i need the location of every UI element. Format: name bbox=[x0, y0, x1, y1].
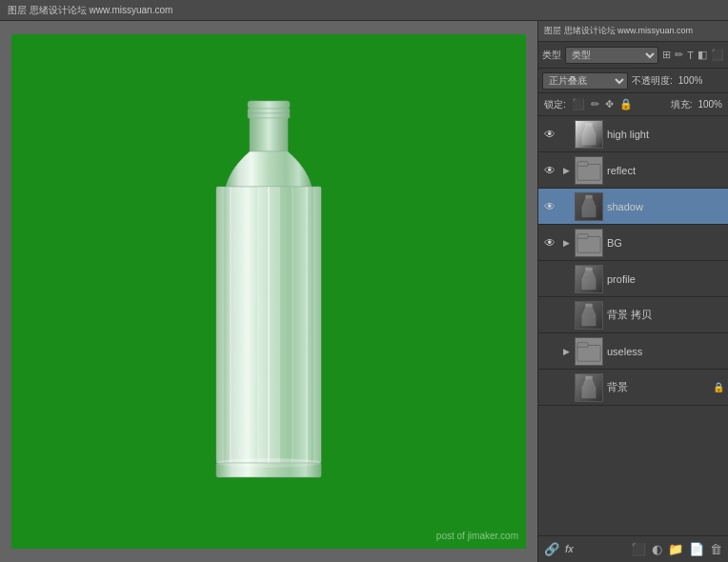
svg-rect-24 bbox=[582, 277, 597, 290]
lock-icon-4[interactable]: 🔒 bbox=[619, 98, 633, 110]
top-bar-title: 图层 思绪设计论坛 www.missyuan.com bbox=[8, 4, 720, 17]
canvas-area: post of jimaker.com bbox=[0, 21, 537, 562]
adjustment-icon[interactable]: ◐ bbox=[652, 542, 662, 556]
blend-mode-select[interactable]: 正片叠底 bbox=[542, 72, 628, 90]
bottom-bar: 🔗 fx ⬛ ◐ 📁 📄 🗑 bbox=[538, 535, 728, 562]
layer-eye-highlight[interactable]: 👁 bbox=[542, 127, 557, 142]
layer-thumb-profile bbox=[575, 265, 603, 293]
filter-icon-5[interactable]: ⬛ bbox=[711, 49, 724, 61]
filter-label: 类型 bbox=[542, 49, 561, 62]
filter-row: 类型 类型 ⊞ ✏ T ◧ ⬛ bbox=[538, 42, 728, 69]
layers-list: 👁 high light👁▶ reflect👁 shadow👁▶ BG prof… bbox=[538, 116, 728, 535]
layer-expand-highlight bbox=[561, 130, 571, 139]
layer-eye-bg[interactable]: 👁 bbox=[542, 235, 557, 251]
layer-item-useless[interactable]: ▶ useless bbox=[538, 333, 728, 370]
link-icon[interactable]: 🔗 bbox=[544, 542, 559, 556]
main-area: post of jimaker.com 图层 思绪设计论坛 www.missyu… bbox=[0, 21, 728, 562]
svg-rect-0 bbox=[248, 101, 290, 109]
layer-thumb-shadow bbox=[575, 192, 603, 221]
mask-icon[interactable]: ⬛ bbox=[631, 542, 646, 556]
layer-eye-profile[interactable] bbox=[542, 271, 557, 287]
layer-eye-shadow[interactable]: 👁 bbox=[542, 199, 557, 214]
delete-icon[interactable]: 🗑 bbox=[710, 542, 722, 556]
svg-rect-29 bbox=[585, 375, 592, 379]
svg-rect-11 bbox=[257, 187, 280, 463]
layer-item-highlight[interactable]: 👁 high light bbox=[538, 116, 728, 152]
fx-icon[interactable]: fx bbox=[565, 544, 574, 554]
svg-rect-14 bbox=[216, 463, 321, 477]
svg-rect-28 bbox=[577, 342, 588, 347]
bottom-bar-left: 🔗 fx bbox=[544, 542, 574, 556]
layer-expand-profile bbox=[561, 274, 571, 284]
panel-header-text: 图层 思绪设计论坛 www.missyuan.com bbox=[544, 25, 722, 37]
layer-item-bg-copy[interactable]: 背景 拷贝 bbox=[538, 297, 728, 333]
group-icon[interactable]: 📁 bbox=[668, 542, 683, 556]
blend-mode-row: 正片叠底 不透明度: 100% bbox=[538, 69, 728, 93]
svg-rect-19 bbox=[585, 194, 592, 198]
layer-name-bg-copy: 背景 拷贝 bbox=[607, 308, 724, 322]
svg-rect-20 bbox=[582, 205, 597, 217]
filter-icon-2[interactable]: ✏ bbox=[675, 49, 683, 61]
svg-rect-30 bbox=[582, 386, 597, 398]
layer-name-bg: BG bbox=[607, 237, 724, 249]
layer-expand-useless[interactable]: ▶ bbox=[561, 347, 571, 356]
fill-label: 填充: bbox=[671, 98, 693, 111]
lock-label: 锁定: bbox=[544, 98, 566, 111]
filter-icon-4[interactable]: ◧ bbox=[698, 49, 707, 61]
layer-name-highlight: high light bbox=[607, 129, 724, 140]
opacity-label: 不透明度: bbox=[632, 74, 673, 88]
layer-expand-bg-copy bbox=[561, 311, 571, 320]
svg-rect-25 bbox=[585, 303, 592, 307]
svg-rect-2 bbox=[248, 113, 290, 118]
svg-rect-18 bbox=[577, 161, 588, 166]
filter-icon-3[interactable]: T bbox=[687, 50, 694, 61]
canvas-background: post of jimaker.com bbox=[11, 34, 526, 549]
svg-rect-17 bbox=[577, 164, 600, 180]
layer-name-background: 背景 bbox=[607, 380, 709, 394]
svg-rect-1 bbox=[248, 109, 290, 113]
layer-eye-reflect[interactable]: 👁 bbox=[542, 163, 557, 178]
lock-icon-3[interactable]: ✥ bbox=[605, 98, 614, 110]
filter-select[interactable]: 类型 bbox=[565, 47, 658, 64]
bottle-image bbox=[173, 91, 364, 492]
layer-name-profile: profile bbox=[607, 273, 724, 285]
layer-item-shadow[interactable]: 👁 shadow bbox=[538, 189, 728, 225]
svg-rect-16 bbox=[582, 132, 597, 145]
svg-rect-27 bbox=[577, 345, 600, 361]
layer-eye-bg-copy[interactable] bbox=[542, 308, 557, 323]
layer-item-bg[interactable]: 👁▶ BG bbox=[538, 225, 728, 261]
svg-rect-3 bbox=[250, 118, 288, 151]
layer-thumb-reflect bbox=[575, 156, 603, 185]
filter-icon-1[interactable]: ⊞ bbox=[662, 49, 671, 61]
layer-thumb-highlight bbox=[575, 120, 603, 149]
layer-item-profile[interactable]: profile bbox=[538, 261, 728, 297]
layer-expand-reflect[interactable]: ▶ bbox=[561, 166, 571, 175]
svg-rect-26 bbox=[582, 313, 597, 326]
svg-rect-21 bbox=[577, 236, 600, 252]
panel-header: 图层 思绪设计论坛 www.missyuan.com bbox=[538, 21, 728, 42]
svg-rect-12 bbox=[313, 187, 321, 463]
layer-thumb-bg-copy bbox=[575, 301, 603, 330]
bottom-bar-right: ⬛ ◐ 📁 📄 🗑 bbox=[631, 542, 722, 556]
layer-expand-bg[interactable]: ▶ bbox=[561, 238, 571, 248]
layer-name-useless: useless bbox=[607, 346, 724, 357]
layer-item-reflect[interactable]: 👁▶ reflect bbox=[538, 152, 728, 189]
fill-value: 100% bbox=[698, 99, 722, 110]
layer-eye-background[interactable] bbox=[542, 380, 557, 395]
opacity-value: 100% bbox=[678, 75, 703, 86]
layer-thumb-background bbox=[575, 373, 603, 402]
svg-rect-23 bbox=[585, 267, 592, 271]
layer-name-shadow: shadow bbox=[607, 201, 724, 212]
lock-icon-2[interactable]: ✏ bbox=[591, 98, 599, 110]
layer-thumb-useless bbox=[575, 337, 603, 366]
layer-expand-shadow bbox=[561, 202, 571, 211]
new-layer-icon[interactable]: 📄 bbox=[689, 542, 704, 556]
layer-expand-background bbox=[561, 383, 571, 392]
lock-icon-1[interactable]: ⬛ bbox=[572, 98, 585, 110]
layer-item-background[interactable]: 背景🔒 bbox=[538, 370, 728, 406]
layer-thumb-bg bbox=[575, 229, 603, 257]
svg-rect-10 bbox=[216, 187, 224, 463]
layer-eye-useless[interactable] bbox=[542, 344, 557, 359]
layer-name-reflect: reflect bbox=[607, 165, 724, 176]
top-bar: 图层 思绪设计论坛 www.missyuan.com bbox=[0, 0, 728, 21]
